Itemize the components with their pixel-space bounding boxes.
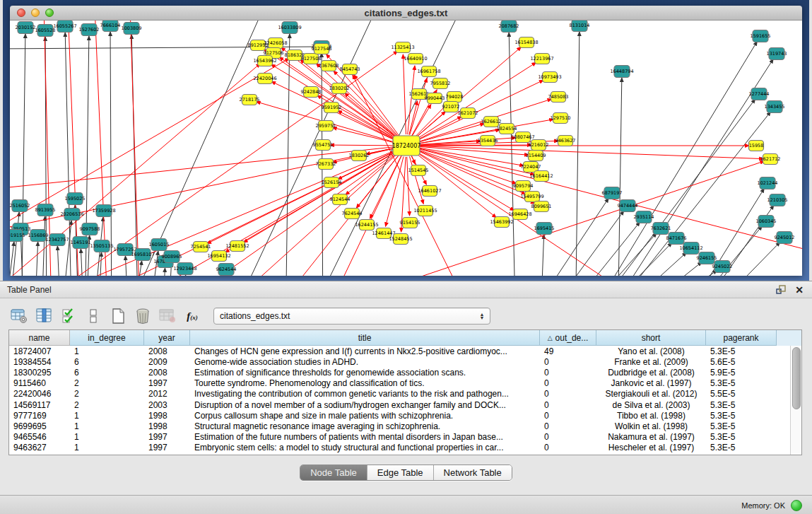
graph-node[interactable]: 7254541 [191,242,211,252]
table-row[interactable]: 946362711997Embryonic stem cells: a mode… [9,443,791,453]
column-header-in_degree[interactable]: in_degree [70,330,144,346]
table-cell[interactable]: 6 [70,357,144,367]
graph-node[interactable]: 9463627 [555,136,576,146]
graph-node[interactable]: 15958 [749,141,764,151]
table-cell[interactable]: Corpus callosum shape and size in male p… [190,411,540,421]
citation-edge[interactable] [279,57,397,139]
unselect-all-columns-icon[interactable] [84,307,102,325]
graph-node[interactable]: 8131014 [570,21,590,32]
graph-node[interactable]: 17359928 [92,205,115,217]
citation-edge[interactable] [403,54,406,134]
graph-node[interactable]: 1595025 [65,193,86,205]
graph-node[interactable]: 6216012 [529,140,549,151]
table-cell[interactable]: Yano et al. (2008) [596,346,706,356]
table-cell[interactable]: Disruption of a novel member of a sodium… [190,400,540,410]
citation-edge[interactable] [418,146,763,159]
table-cell[interactable]: 1997 [144,378,190,388]
network-edge[interactable] [161,268,165,276]
graph-node[interactable]: 1154409 [526,151,546,161]
citation-edge[interactable] [130,21,141,276]
table-row[interactable]: 1872400712008Changes of HCN gene express… [9,346,791,356]
graph-node[interactable]: 9474444 [618,200,638,212]
network-edge[interactable] [34,242,38,276]
network-edge[interactable] [540,235,544,276]
table-panel-titlebar[interactable]: Table Panel ✕ [0,281,812,298]
graph-node[interactable]: 12213967 [530,54,553,64]
graph-node[interactable]: 1830262 [349,151,370,161]
table-cell[interactable]: 0 [540,357,596,367]
column-header-short[interactable]: short [596,330,706,346]
column-header-out_de[interactable]: △out_de... [540,330,596,346]
graph-node[interactable]: 9008965 [162,251,182,263]
table-cell[interactable]: 5.9E-5 [706,368,777,378]
graph-node[interactable]: 1526154 [322,177,342,188]
graph-node[interactable]: 9124544 [330,194,351,205]
column-visibility-icon[interactable] [35,307,53,325]
graph-node[interactable]: 2367608 [319,61,339,71]
graph-node[interactable]: 7624544 [342,209,363,219]
citation-edge[interactable] [412,105,431,136]
graph-node[interactable]: 16448794 [610,66,633,78]
table-cell[interactable]: Genome-wide association studies in ADHD. [190,357,540,367]
graph-node[interactable]: 1297510 [551,113,571,124]
graph-node[interactable]: 16640910 [404,54,427,64]
table-cell[interactable]: 1 [70,421,144,431]
float-panel-icon[interactable] [774,284,788,296]
graph-node[interactable]: 16033809 [278,22,301,34]
graph-node[interactable]: 3919155 [10,230,25,242]
table-cell[interactable]: de Silva et al. (2003) [596,400,706,410]
graph-node[interactable]: 2718175 [240,95,260,105]
table-cell[interactable]: 5.6E-5 [706,357,777,367]
graph-node[interactable]: 9554751 [313,140,334,151]
table-cell[interactable]: 2 [70,400,144,410]
table-cell[interactable]: 5.3E-5 [706,378,777,388]
network-edge[interactable] [116,21,264,276]
close-panel-icon[interactable]: ✕ [792,284,806,296]
table-cell[interactable]: Wolkin et al. (1998) [596,421,706,431]
table-cell[interactable]: 9115460 [9,378,70,388]
column-header-pagerank[interactable]: pagerank [706,330,777,346]
column-header-year[interactable]: year [144,330,190,346]
table-cell[interactable]: 1 [70,346,144,356]
table-cell[interactable]: Structural magnetic resonance image aver… [190,421,540,431]
table-cell[interactable]: 0 [540,443,596,452]
graph-node[interactable]: 9127546 [312,44,332,54]
citation-edge[interactable] [95,21,109,276]
table-cell[interactable]: 1997 [144,432,190,442]
citation-edge[interactable] [330,145,395,146]
table-cell[interactable]: 5.3E-5 [706,411,777,421]
table-cell[interactable]: 2008 [144,346,190,356]
table-cell[interactable]: 9463627 [9,443,70,452]
table-cell[interactable]: 1998 [144,421,190,431]
table-mode-icon[interactable] [10,307,28,325]
graph-node[interactable]: 7955812 [430,78,451,89]
graph-node[interactable]: 2087682 [499,21,519,33]
graph-node[interactable]: 1605528 [35,25,56,37]
table-row[interactable]: 946554611997Estimation of the future num… [9,432,791,443]
table-cell[interactable]: 49 [540,346,596,356]
citation-edge[interactable] [418,148,535,175]
citation-edge[interactable] [354,75,400,136]
table-cell[interactable]: 1 [70,443,144,452]
graph-node[interactable]: 9242848 [301,87,322,98]
new-table-icon[interactable] [109,307,127,325]
citation-edge[interactable] [410,156,424,204]
graph-node[interactable]: 9990443 [425,93,445,104]
tab-edge-table[interactable]: Edge Table [367,465,434,480]
table-cell[interactable]: Stergiakouli et al. (2012) [596,389,706,399]
table-cell[interactable]: 2009 [144,357,190,367]
table-row[interactable]: 977716911998Corpus callosum shape and si… [9,410,791,421]
table-cell[interactable]: Dudbridge et al. (2008) [596,368,706,378]
graph-node[interactable]: 1605015 [149,239,170,251]
graph-node[interactable]: 7666104 [100,21,121,32]
table-cell[interactable]: 0 [540,400,596,410]
citation-edge[interactable] [10,146,406,190]
table-cell[interactable]: 0 [540,432,596,442]
graph-node[interactable]: 1145191 [71,237,91,249]
network-edge[interactable] [125,256,129,276]
select-all-columns-icon[interactable] [59,307,78,325]
tab-network-table[interactable]: Network Table [434,465,512,480]
table-cell[interactable]: 9777169 [9,411,70,421]
network-edge[interactable] [57,246,61,276]
table-cell[interactable]: 5.3E-5 [706,421,777,431]
